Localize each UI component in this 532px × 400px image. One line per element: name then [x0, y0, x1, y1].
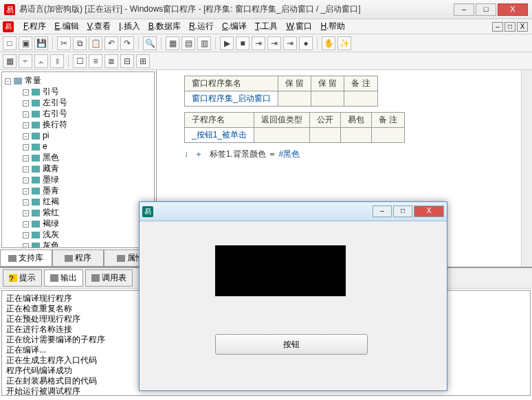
tree-item[interactable]: -红褐	[5, 196, 151, 207]
td-set-name[interactable]: 窗口程序集_启动窗口	[185, 91, 278, 107]
expand-icon[interactable]: -	[23, 210, 29, 216]
stop-button[interactable]: ■	[236, 36, 250, 50]
tree-item[interactable]: -藏青	[5, 163, 151, 174]
mdi-minimize-button[interactable]: –	[492, 22, 503, 32]
runwin-titlebar[interactable]: 易 – □ X	[140, 202, 447, 221]
tree-item[interactable]: -右引号	[5, 108, 151, 119]
td-sub-remark[interactable]	[372, 128, 405, 143]
tree-item[interactable]: -左引号	[5, 97, 151, 108]
tree-item[interactable]: -换行符	[5, 119, 151, 130]
menu-window[interactable]: W.窗口	[282, 19, 316, 34]
constant-tree[interactable]: -常量 -引号-左引号-右引号-换行符-pi-e-黑色-藏青-墨绿-墨青-红褐-…	[1, 71, 155, 248]
cut-button[interactable]: ✂	[57, 36, 71, 50]
tree-item[interactable]: -墨绿	[5, 174, 151, 185]
align-button-6[interactable]: ≡	[89, 54, 102, 68]
align-button-7[interactable]: ≣	[104, 54, 118, 68]
tree-item[interactable]: -灰色	[5, 240, 151, 248]
tree-item[interactable]: -黑色	[5, 152, 151, 163]
button1[interactable]: 按钮	[215, 334, 368, 355]
running-window[interactable]: 易 – □ X 按钮	[139, 201, 447, 391]
collapse-icon[interactable]: -	[5, 78, 11, 85]
align-button-9[interactable]: ⊞	[136, 54, 150, 68]
tab-support-lib[interactable]: 支持库	[0, 250, 52, 267]
step-button[interactable]: ⇥	[252, 36, 265, 50]
td-reserved1[interactable]	[278, 91, 311, 107]
expand-icon[interactable]: -	[23, 144, 29, 151]
tree-item[interactable]: -e	[5, 141, 151, 152]
menu-edit[interactable]: E.编辑	[50, 19, 82, 34]
save-button[interactable]: 💾	[34, 36, 48, 50]
menu-help[interactable]: H.帮助	[316, 19, 349, 34]
tree-item[interactable]: -pi	[5, 130, 151, 141]
code-scrollbar[interactable]	[521, 70, 532, 267]
tab-program[interactable]: 程序	[52, 250, 104, 267]
minimize-button[interactable]: –	[454, 3, 474, 16]
expand-icon[interactable]: -	[23, 199, 29, 205]
runwin-maximize-button[interactable]: □	[393, 205, 412, 217]
expand-icon[interactable]: -	[23, 188, 29, 195]
align-button-5[interactable]: ☐	[73, 54, 87, 68]
align-button-4[interactable]: ⫴	[50, 54, 64, 68]
menu-compile[interactable]: C.编译	[218, 19, 251, 34]
undo-button[interactable]: ↶	[104, 36, 118, 50]
layout1-button[interactable]: ▦	[166, 36, 179, 50]
mdi-restore-button[interactable]: □	[505, 22, 516, 32]
expand-icon[interactable]: -	[23, 221, 29, 227]
step-over-button[interactable]: ⇥	[267, 36, 281, 50]
align-button-3[interactable]: ⫠	[34, 54, 48, 68]
expand-icon[interactable]: -	[23, 177, 29, 184]
menu-insert[interactable]: I.插入	[115, 19, 144, 34]
align-button-1[interactable]: ▦	[3, 54, 16, 68]
menu-program[interactable]: F.程序	[19, 19, 50, 34]
code-line[interactable]: ↓ ＋ 标签1.背景颜色 ＝ #黑色	[184, 148, 527, 160]
hand-icon[interactable]: ✋	[322, 36, 335, 50]
expand-icon[interactable]: -	[23, 155, 29, 162]
tab-callstack[interactable]: 调用表	[85, 269, 133, 287]
expand-icon[interactable]: -	[23, 111, 29, 118]
tree-item[interactable]: -浅灰	[5, 229, 151, 240]
close-button[interactable]: X	[498, 3, 528, 16]
paste-button[interactable]: 📋	[89, 36, 102, 50]
tree-item[interactable]: -墨青	[5, 185, 151, 196]
td-sub-name[interactable]: _按钮1_被单击	[185, 128, 254, 143]
menu-database[interactable]: B.数据库	[144, 19, 185, 34]
layout3-button[interactable]: ▥	[197, 36, 211, 50]
tree-item[interactable]: -引号	[5, 86, 151, 97]
runwin-minimize-button[interactable]: –	[373, 205, 392, 217]
layout2-button[interactable]: ▤	[181, 36, 195, 50]
open-button[interactable]: ▣	[19, 36, 32, 50]
expand-icon[interactable]: -	[23, 122, 29, 129]
step-out-button[interactable]: ⇥	[283, 36, 297, 50]
tab-hint[interactable]: ?提示	[3, 269, 42, 287]
td-epkg[interactable]	[341, 128, 372, 143]
expand-icon[interactable]: -	[23, 166, 29, 173]
expand-icon[interactable]: -	[23, 243, 29, 248]
highlight-icon[interactable]: ✨	[337, 36, 351, 50]
runwin-close-button[interactable]: X	[414, 205, 444, 217]
expand-icon[interactable]: -	[23, 100, 29, 107]
menu-tools[interactable]: T.工具	[251, 19, 282, 34]
tree-root[interactable]: -常量	[5, 75, 151, 86]
expand-icon[interactable]: -	[23, 133, 29, 140]
tree-item[interactable]: -褐绿	[5, 218, 151, 229]
tab-output[interactable]: 输出	[44, 269, 83, 287]
mdi-close-button[interactable]: X	[517, 22, 528, 32]
align-button-8[interactable]: ⊟	[120, 54, 134, 68]
menu-run[interactable]: R.运行	[185, 19, 218, 34]
maximize-button[interactable]: □	[476, 3, 496, 16]
td-remark[interactable]	[344, 91, 377, 107]
expand-icon[interactable]: -	[23, 232, 29, 238]
td-return-type[interactable]	[254, 128, 310, 143]
expand-icon[interactable]: -	[23, 89, 29, 96]
align-button-2[interactable]: ⫟	[19, 54, 32, 68]
td-reserved2[interactable]	[311, 91, 344, 107]
breakpoint-button[interactable]: ●	[299, 36, 313, 50]
find-button[interactable]: 🔍	[143, 36, 157, 50]
new-button[interactable]: □	[3, 36, 16, 50]
menu-view[interactable]: V.查看	[83, 19, 115, 34]
redo-button[interactable]: ↷	[120, 36, 134, 50]
tree-item[interactable]: -紫红	[5, 207, 151, 218]
run-button[interactable]: ▶	[220, 36, 234, 50]
copy-button[interactable]: ⧉	[73, 36, 87, 50]
td-public[interactable]	[310, 128, 341, 143]
